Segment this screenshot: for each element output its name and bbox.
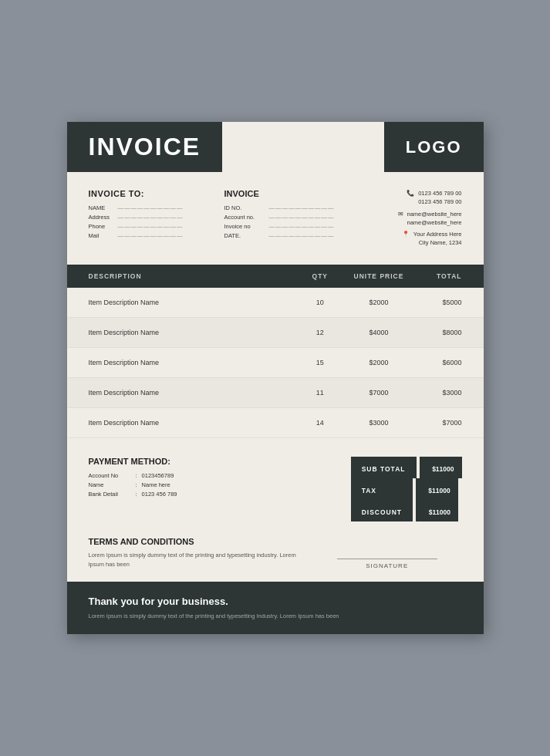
invoice-account-row: Account no. —————————— [224,214,349,221]
footer-text: Lorem Ipsum is simply dummy text of the … [89,612,462,620]
invoice-no-label: Invoice no [224,223,269,230]
contact-info: 📞 0123 456 789 000123 456 789 00 ✉ name@… [349,189,462,248]
total-label-box: SUB TOTAL [351,457,417,478]
total-label: SUB TOTAL [362,465,406,473]
row-total: $6000 [413,359,462,366]
table-row: Item Description Name 11 $7000 $3000 [67,378,484,408]
invoice-title-box: INVOICE [67,122,223,172]
row-qty: 15 [295,359,344,366]
payment-value: Name here [142,481,170,488]
payment-row: Name : Name here [89,481,308,488]
terms-left: TERMS AND CONDITIONS Lorem Ipsum is simp… [89,537,312,569]
terms-section: TERMS AND CONDITIONS Lorem Ipsum is simp… [67,537,484,582]
total-value-box: $11000 [420,457,462,478]
row-unit-price: $2000 [344,299,413,306]
bill-to-phone-label: Phone [89,223,118,230]
invoice-details: INVOICE ID NO. —————————— Account no. ——… [224,189,349,248]
payment-label: Name [89,481,131,488]
total-value: $11000 [432,465,454,473]
bill-to-name-dots: —————————— [118,204,184,211]
payment-label: Account No [89,472,131,479]
table-row: Item Description Name 14 $3000 $7000 [67,408,484,438]
row-description: Item Description Name [89,359,296,366]
invoice-no-row: Invoice no —————————— [224,223,349,230]
email-icon: ✉ [398,211,403,218]
row-qty: 12 [295,329,344,336]
signature-label: SIGNATURE [312,562,462,569]
invoice-details-heading: INVOICE [224,189,349,198]
row-total: $5000 [413,299,462,306]
invoice-date-label: DATE. [224,232,269,239]
phone-icon: 📞 [407,190,414,197]
total-row: DISCOUNT $11000 [351,500,462,521]
logo-text: LOGO [406,137,462,157]
invoice-page: INVOICE LOGO INVOICE TO: NAME ——————————… [67,122,484,634]
payment-colon: : [136,481,137,488]
invoice-id-label: ID NO. [224,204,269,211]
contact-address-row: 📍 Your Address HereCity Name, 1234 [402,230,462,248]
header: INVOICE LOGO [67,122,484,172]
total-row: TAX $11000 [351,478,462,500]
payment-value: 0123456789 [142,472,174,479]
row-qty: 14 [295,419,344,427]
invoice-id-dots: —————————— [269,204,335,211]
row-qty: 10 [295,299,344,306]
total-label: TAX [362,487,376,494]
bill-section: INVOICE TO: NAME —————————— Address ————… [67,172,484,262]
total-value-box: $11000 [416,500,458,521]
total-label: DISCOUNT [362,508,402,516]
payment-colon: : [136,472,137,479]
terms-heading: TERMS AND CONDITIONS [89,537,312,546]
bill-to: INVOICE TO: NAME —————————— Address ————… [89,189,224,248]
table-body: Item Description Name 10 $2000 $5000 Ite… [67,288,484,438]
row-description: Item Description Name [89,299,296,306]
row-description: Item Description Name [89,329,296,336]
bill-to-address-row: Address —————————— [89,214,224,221]
invoice-title: INVOICE [89,133,201,161]
bill-to-mail-label: Mail [89,232,118,239]
total-value: $11000 [429,508,450,516]
payment-method: PAYMENT METHOD: Account No : 0123456789 … [89,457,308,521]
logo-box: LOGO [384,122,484,172]
invoice-account-label: Account no. [224,214,269,221]
invoice-date-dots: —————————— [269,232,335,239]
payment-value: 0123 456 789 [142,491,177,498]
total-label-box: TAX [351,478,413,500]
table-row: Item Description Name 10 $2000 $5000 [67,288,484,318]
totals-section: SUB TOTAL $11000 TAX $11000 DISCOUNT $11… [315,457,462,521]
bill-to-name-row: NAME —————————— [89,204,224,211]
bottom-section: PAYMENT METHOD: Account No : 0123456789 … [67,438,484,537]
contact-address-text: Your Address HereCity Name, 1234 [413,230,462,248]
bill-to-address-label: Address [89,214,118,221]
row-description: Item Description Name [89,389,296,397]
row-total: $3000 [413,389,462,397]
bill-to-address-dots: —————————— [118,214,184,221]
terms-text: Lorem Ipsum is simply dummy text of the … [89,551,312,569]
bill-to-mail-row: Mail —————————— [89,232,224,239]
location-icon: 📍 [402,231,410,238]
invoice-account-dots: —————————— [269,214,335,221]
contact-email-row: ✉ name@website_herename@website_here [398,210,462,228]
bill-to-phone-dots: —————————— [118,223,184,230]
col-header-unit-price: UNITE PRICE [344,272,413,280]
row-description: Item Description Name [89,419,296,427]
total-row: SUB TOTAL $11000 [351,457,462,478]
payment-heading: PAYMENT METHOD: [89,457,308,466]
invoice-date-row: DATE. —————————— [224,232,349,239]
row-unit-price: $4000 [344,329,413,336]
invoice-id-row: ID NO. —————————— [224,204,349,211]
table-header: DESCRIPTION QTY UNITE PRICE TOTAL [67,265,484,288]
bill-to-phone-row: Phone —————————— [89,223,224,230]
row-unit-price: $2000 [344,359,413,366]
row-unit-price: $7000 [344,389,413,397]
col-header-qty: QTY [295,272,344,280]
total-value-box: $11000 [416,478,458,500]
contact-phone-row: 📞 0123 456 789 000123 456 789 00 [407,189,461,207]
signature-line [337,559,437,559]
col-header-description: DESCRIPTION [89,272,296,280]
bill-to-heading: INVOICE TO: [89,189,224,198]
signature-section: SIGNATURE [312,559,462,569]
bill-to-name-label: NAME [89,204,118,211]
table-row: Item Description Name 15 $2000 $6000 [67,348,484,378]
payment-rows: Account No : 0123456789 Name : Name here… [89,472,308,498]
